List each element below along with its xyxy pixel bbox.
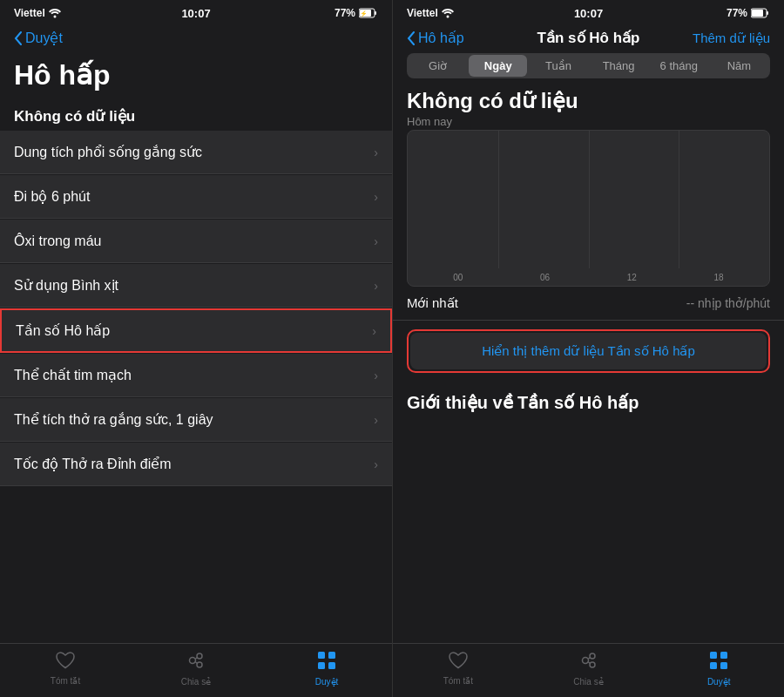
left-page-title: Hô hấp [0, 53, 392, 100]
svg-rect-10 [318, 652, 325, 659]
left-list: Dung tích phổi sống gắng sức › Đi bộ 6 p… [0, 131, 392, 643]
list-item[interactable]: Thể tích thở ra gắng sức, 1 giây › [0, 398, 392, 442]
chevron-icon: › [374, 457, 378, 471]
svg-point-0 [53, 16, 56, 18]
svg-rect-3 [375, 11, 376, 15]
left-section-header: Không có dữ liệu [0, 100, 392, 131]
left-status-bar: Viettel 10:07 77% ⚡ [0, 0, 392, 24]
right-heart-icon [449, 652, 468, 674]
data-row-value: -- nhịp thở/phút [686, 296, 770, 310]
chart-subtitle: Hôm nay [407, 115, 770, 128]
left-nav-bar: Duyệt [0, 24, 392, 53]
svg-rect-11 [328, 652, 335, 659]
grid-line-3 [679, 131, 679, 268]
tab-ngay[interactable]: Ngày [469, 55, 527, 77]
show-more-data-button[interactable]: Hiển thị thêm dữ liệu Tần số Hô hấp [410, 333, 767, 369]
svg-point-18 [582, 658, 588, 664]
wifi-icon [49, 8, 61, 18]
right-nav-bar: Hô hấp Tần số Hô hấp Thêm dữ liệu [393, 24, 784, 53]
share-svg [186, 651, 206, 670]
right-tab-tomtat[interactable]: Tóm tắt [393, 652, 524, 686]
right-back-button[interactable]: Hô hấp [407, 30, 464, 46]
grid-svg [317, 651, 336, 670]
list-item[interactable]: Dung tích phổi sống gắng sức › [0, 131, 392, 174]
chart-label-12: 12 [627, 273, 637, 282]
list-item[interactable]: Thể chất tim mạch › [0, 354, 392, 397]
show-more-data-label: Hiển thị thêm dữ liệu Tần số Hô hấp [482, 343, 695, 359]
right-back-label: Hô hấp [418, 30, 464, 46]
right-tab-duyet[interactable]: Duyệt [653, 651, 784, 687]
left-battery-icon: ⚡ [359, 8, 378, 18]
list-item[interactable]: Ôxi trong máu › [0, 220, 392, 263]
grid-icon [317, 651, 336, 675]
list-item[interactable]: Tốc độ Thở ra Đỉnh điểm › [0, 443, 392, 486]
right-nav-title: Tần số Hô hấp [537, 29, 640, 47]
left-tab-chiase[interactable]: Chia sẻ [131, 651, 261, 687]
right-time-tabs: Giờ Ngày Tuần Tháng 6 tháng Năm [407, 53, 770, 78]
chart-labels: 00 06 12 18 [408, 273, 769, 282]
svg-rect-24 [720, 652, 727, 659]
tab-6thang[interactable]: 6 tháng [650, 55, 708, 77]
right-chart: 00 06 12 18 [407, 130, 770, 287]
left-chevron-back-icon [14, 31, 23, 45]
svg-point-14 [446, 16, 449, 18]
right-battery-text: 77% [727, 7, 747, 19]
left-back-button[interactable]: Duyệt [14, 30, 63, 46]
right-data-row: Mới nhất -- nhịp thở/phút [393, 287, 784, 321]
left-tab-tomtat[interactable]: Tóm tắt [0, 652, 131, 686]
tab-tuan[interactable]: Tuần [529, 55, 587, 77]
right-tab-chiase-label: Chia sẻ [573, 677, 603, 687]
heart-icon [56, 652, 75, 674]
right-status-time: 10:07 [574, 7, 603, 20]
right-intro-title: Giới thiệu về Tần số Hô hấp [393, 382, 784, 418]
svg-line-8 [195, 658, 198, 660]
highlight-button-container: Hiển thị thêm dữ liệu Tần số Hô hấp [407, 329, 770, 373]
list-item[interactable]: Đi bộ 6 phút › [0, 175, 392, 219]
heart-svg [56, 652, 75, 669]
left-tab-chiase-label: Chia sẻ [181, 677, 211, 687]
right-heart-svg [449, 652, 468, 669]
data-row-label: Mới nhất [407, 295, 458, 311]
chart-title-area: Không có dữ liệu Hôm nay [393, 85, 784, 130]
left-tab-bar: Tóm tắt Chia sẻ [0, 643, 392, 697]
svg-rect-13 [328, 662, 335, 669]
tab-nam[interactable]: Năm [710, 55, 768, 77]
tan-so-ho-hap-item[interactable]: Tần số Hô hấp › [0, 308, 392, 353]
grid-line-1 [498, 131, 499, 268]
left-tab-duyet[interactable]: Duyệt [261, 651, 392, 687]
grid-line-2 [589, 131, 590, 268]
tab-thang[interactable]: Tháng [590, 55, 648, 77]
chart-label-06: 06 [540, 273, 550, 282]
chart-label-18: 18 [714, 273, 724, 282]
svg-line-9 [195, 662, 198, 664]
right-panel: Viettel 10:07 77% [392, 0, 784, 697]
list-item[interactable]: Sử dụng Bình xịt › [0, 264, 392, 308]
right-status-right: 77% [727, 7, 770, 19]
chevron-icon: › [374, 279, 378, 293]
right-battery-icon [751, 8, 770, 18]
left-tab-tomtat-label: Tóm tắt [51, 676, 80, 686]
svg-rect-16 [752, 10, 763, 17]
right-add-data-button[interactable]: Thêm dữ liệu [693, 30, 770, 46]
svg-rect-26 [720, 662, 727, 669]
share-icon [186, 651, 206, 675]
svg-rect-25 [710, 662, 717, 669]
right-chevron-back-icon [407, 31, 416, 45]
chevron-icon: › [374, 234, 378, 248]
right-grid-svg [709, 651, 728, 670]
tab-gio[interactable]: Giờ [409, 55, 467, 77]
right-tab-chiase[interactable]: Chia sẻ [524, 651, 654, 687]
svg-rect-23 [710, 652, 717, 659]
right-share-icon [579, 651, 598, 675]
right-spacer [393, 418, 784, 643]
chevron-icon: › [372, 324, 376, 338]
svg-line-22 [588, 662, 591, 664]
left-status-left: Viettel [14, 7, 61, 19]
right-share-svg [579, 651, 598, 670]
left-tab-duyet-label: Duyệt [315, 677, 339, 687]
svg-line-21 [588, 658, 591, 660]
right-status-bar: Viettel 10:07 77% [393, 0, 784, 24]
svg-rect-17 [767, 11, 768, 15]
right-tab-tomtat-label: Tóm tắt [443, 676, 473, 686]
right-carrier: Viettel [407, 7, 438, 19]
